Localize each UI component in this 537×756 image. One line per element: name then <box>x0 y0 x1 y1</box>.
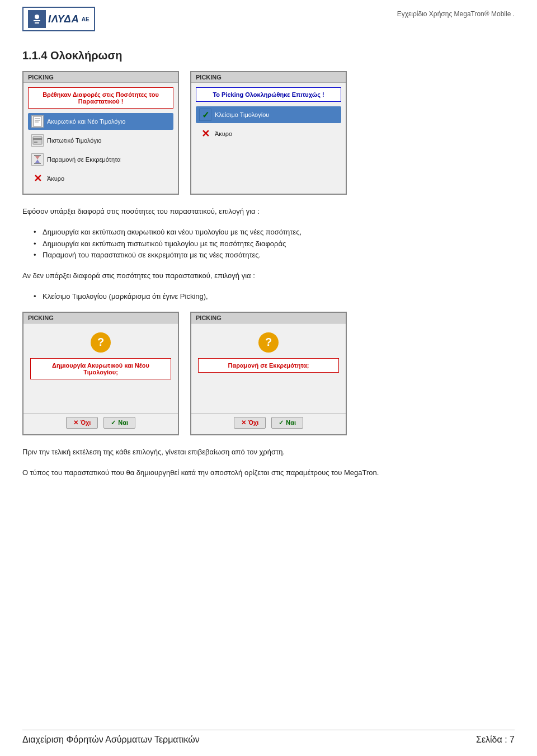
picking-btn-close-label: Κλείσιμο Τιμολογίου <box>215 111 269 118</box>
bullet-item-2: Δημιουργία και εκτύπωση πιστωτικού τιμολ… <box>34 238 515 250</box>
confirm-dialog-left: PICKING ? Δημιουργία Ακυρωτικού και Νέου… <box>22 312 179 435</box>
confirm-no-right[interactable]: ✕ Όχι <box>234 417 266 429</box>
section-title: Ολοκλήρωση <box>50 49 122 62</box>
svg-rect-4 <box>34 116 41 126</box>
body-intro-text: Εφόσον υπάρξει διαφορά στις ποσότητες το… <box>22 207 260 215</box>
header-title-text: Εγχειρίδιο Χρήσης MegaTron® Mobile <box>397 10 511 18</box>
svg-rect-2 <box>34 20 40 21</box>
x-icon-left: ✕ <box>31 172 44 185</box>
picking-body-left: Βρέθηκαν Διαφορές στις Ποσότητες του Παρ… <box>23 83 178 194</box>
svg-rect-11 <box>34 155 41 156</box>
bullet-list-no-diff: Κλείσιμο Τιμολογίου (μαρκάρισμα ότι έγιν… <box>34 291 515 303</box>
svg-rect-10 <box>34 142 37 143</box>
svg-rect-9 <box>33 138 42 140</box>
picking-btn1-label: Ακυρωτικό και Νέο Τιμολόγιο <box>47 118 125 125</box>
body-intro: Εφόσον υπάρξει διαφορά στις ποσότητες το… <box>22 206 515 218</box>
x-icon-confirm-left: ✕ <box>73 419 78 426</box>
header-page-indicator: . <box>513 10 515 18</box>
logo-box: ΙΛΥΔΑ ΑΕ <box>22 7 95 31</box>
picking-btn-cancel-left[interactable]: ✕ Άκυρο <box>28 170 173 187</box>
check-icon-confirm-left: ✓ <box>111 419 116 426</box>
confirm-yes-left[interactable]: ✓ Ναι <box>103 417 135 429</box>
picking-btn4-label: Άκυρο <box>47 175 64 182</box>
footer-note-2: Ο τύπος του παραστατικού που θα δημιουργ… <box>22 467 515 479</box>
footer-note-1: Πριν την τελική εκτέλεση της κάθε επιλογ… <box>22 447 515 458</box>
page-footer: Διαχείριση Φόρητών Ασύρματων Τερματικών … <box>22 730 515 745</box>
footer-note-1-text: Πριν την τελική εκτέλεση της κάθε επιλογ… <box>22 448 285 456</box>
confirm-yes-right-label: Ναι <box>286 419 296 426</box>
check-icon-right: ✓ <box>199 109 211 121</box>
picking-btn-close-invoice[interactable]: ✓ Κλείσιμο Τιμολογίου <box>196 106 341 123</box>
hourglass-icon <box>31 153 44 166</box>
section-number: 1.1.4 <box>22 49 47 62</box>
header-title: Εγχειρίδιο Χρήσης MegaTron® Mobile . <box>397 7 515 18</box>
picking-title-right: PICKING <box>191 72 346 83</box>
bullet-no-diff-1: Κλείσιμο Τιμολογίου (μαρκάρισμα ότι έγιν… <box>34 291 515 303</box>
picking-btn-new-invoice[interactable]: Ακυρωτικό και Νέο Τιμολόγιο <box>28 113 173 130</box>
bullet-text-2: Δημιουργία και εκτύπωση πιστωτικού τιμολ… <box>43 240 286 248</box>
bullet-item-3: Παραμονή του παραστατικού σε εκκρεμότητα… <box>34 250 515 261</box>
confirm-yes-right[interactable]: ✓ Ναι <box>271 417 303 429</box>
page-content: 1.1.4 Ολοκλήρωση PICKING Βρέθηκαν Διαφορ… <box>22 34 515 478</box>
bullet-no-diff-text-1: Κλείσιμο Τιμολογίου (μαρκάρισμα ότι έγιν… <box>43 292 208 300</box>
confirm-title-left: PICKING <box>23 313 178 323</box>
picking-btn-cancel-right-label: Άκυρο <box>215 130 232 137</box>
confirm-message-left: Δημιουργία Ακυρωτικού και Νέου Τιμολογίο… <box>30 358 171 379</box>
svg-point-1 <box>35 15 39 19</box>
picking-btn3-label: Παραμονή σε Εκκρεμότητα <box>47 156 121 163</box>
confirm-no-left[interactable]: ✕ Όχι <box>66 417 98 429</box>
confirm-title-right: PICKING <box>191 313 346 323</box>
picking-dialog-left: PICKING Βρέθηκαν Διαφορές στις Ποσότητες… <box>22 71 179 195</box>
logo-ae: ΑΕ <box>82 16 90 22</box>
picking-btn-cancel-right[interactable]: ✕ Άκυρο <box>196 125 341 142</box>
logo-area: ΙΛΥΔΑ ΑΕ <box>22 7 95 31</box>
invoice-icon <box>31 115 44 128</box>
picking-message-left: Βρέθηκαν Διαφορές στις Ποσότητες του Παρ… <box>28 87 173 109</box>
logo-text: ΙΛΥΔΑ <box>48 13 79 25</box>
bullet-text-3: Παραμονή του παραστατικού σε εκκρεμότητα… <box>43 251 261 259</box>
confirm-buttons-left: ✕ Όχι ✓ Ναι <box>23 413 178 434</box>
svg-rect-8 <box>33 137 42 144</box>
picking-title-left: PICKING <box>23 72 178 83</box>
x-icon-right: ✕ <box>199 128 211 140</box>
footer-right-text: Σελίδα : 7 <box>476 735 515 745</box>
x-icon-confirm-right: ✕ <box>241 419 246 426</box>
check-icon-confirm-right: ✓ <box>279 419 284 426</box>
confirm-dialogs-row: PICKING ? Δημιουργία Ακυρωτικού και Νέου… <box>22 312 515 435</box>
picking-btn-pending[interactable]: Παραμονή σε Εκκρεμότητα <box>28 151 173 168</box>
footer-left-text: Διαχείριση Φόρητών Ασύρματων Τερματικών <box>22 735 200 745</box>
svg-rect-12 <box>34 163 41 164</box>
question-icon-right: ? <box>258 332 279 353</box>
confirm-body-right: ? Παραμονή σε Εκκρεμότητα; <box>191 323 346 413</box>
confirm-buttons-right: ✕ Όχι ✓ Ναι <box>191 413 346 434</box>
picking-dialogs-row-1: PICKING Βρέθηκαν Διαφορές στις Ποσότητες… <box>22 71 515 195</box>
picking-body-right: Το Picking Ολοκληρώθηκε Επιτυχώς ! ✓ Κλε… <box>191 83 346 172</box>
bullet-list-differences: Δημιουργία και εκτύπωση ακυρωτικού και ν… <box>34 227 515 261</box>
confirm-dialog-right: PICKING ? Παραμονή σε Εκκρεμότητα; ✕ Όχι… <box>190 312 347 435</box>
credit-icon <box>31 134 44 147</box>
picking-btn-credit-invoice[interactable]: Πιστωτικό Τιμολόγιο <box>28 132 173 149</box>
confirm-no-right-label: Όχι <box>248 419 258 426</box>
bullet-text-1: Δημιουργία και εκτύπωση ακυρωτικού και ν… <box>43 228 302 236</box>
footer-note-2-text: Ο τύπος του παραστατικού που θα δημιουργ… <box>22 468 379 477</box>
svg-rect-3 <box>35 22 39 24</box>
picking-message-right: Το Picking Ολοκληρώθηκε Επιτυχώς ! <box>196 87 341 102</box>
confirm-message-right: Παραμονή σε Εκκρεμότητα; <box>198 358 339 373</box>
picking-btn2-label: Πιστωτικό Τιμολόγιο <box>47 137 101 144</box>
confirm-no-left-label: Όχι <box>81 419 91 426</box>
section-heading: 1.1.4 Ολοκλήρωση <box>22 49 515 62</box>
picking-dialog-right: PICKING Το Picking Ολοκληρώθηκε Επιτυχώς… <box>190 71 347 195</box>
page-header: ΙΛΥΔΑ ΑΕ Εγχειρίδιο Χρήσης MegaTron® Mob… <box>22 0 515 34</box>
question-icon-left: ? <box>91 332 111 353</box>
no-diff-intro-text: Αν δεν υπάρξει διαφορά στις ποσότητες το… <box>22 271 255 280</box>
confirm-body-left: ? Δημιουργία Ακυρωτικού και Νέου Τιμολογ… <box>23 323 178 413</box>
confirm-yes-left-label: Ναι <box>118 419 128 426</box>
no-diff-intro: Αν δεν υπάρξει διαφορά στις ποσότητες το… <box>22 270 515 282</box>
bullet-item-1: Δημιουργία και εκτύπωση ακυρωτικού και ν… <box>34 227 515 238</box>
logo-icon <box>28 10 46 28</box>
